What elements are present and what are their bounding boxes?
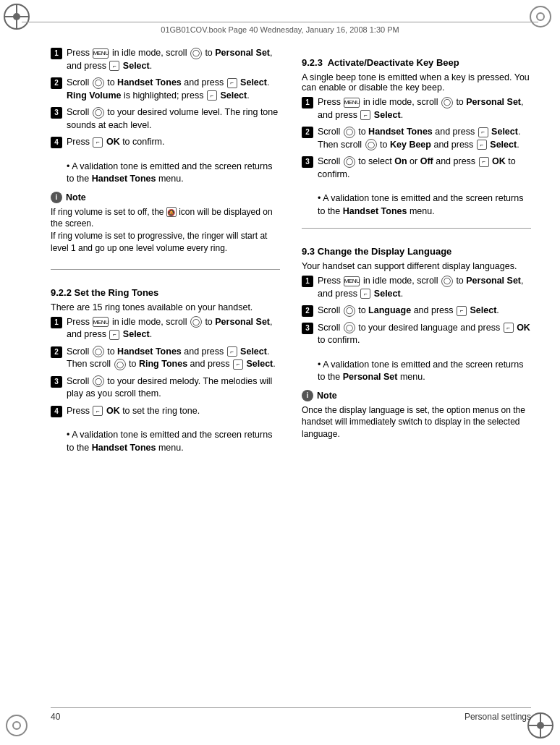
step-lang-3: 3 Scroll ◯ to your desired language and … bbox=[302, 322, 531, 347]
step-rt-1: 1 Press MENU in idle mode, scroll ◯ to P… bbox=[51, 316, 280, 341]
page-header: 01GB01COV.book Page 40 Wednesday, Januar… bbox=[22, 22, 538, 34]
select-icon: ⌐ bbox=[478, 127, 488, 137]
note-icon: i bbox=[302, 390, 313, 401]
select-icon: ⌐ bbox=[227, 346, 237, 357]
scroll-icon: ◯ bbox=[93, 77, 104, 89]
note-text-language: Once the display language is set, the op… bbox=[302, 404, 531, 440]
scroll-icon: ◯ bbox=[344, 156, 355, 168]
language-steps: 1 Press MENU in idle mode, scroll ◯ to P… bbox=[302, 275, 531, 352]
corner-ornament-br bbox=[527, 712, 556, 741]
menu-button-icon: MENU bbox=[93, 317, 109, 327]
section-key-beep-title: 9.2.3 9.2.3 Activate/Deactivate Key Beep… bbox=[302, 57, 531, 68]
section-language-intro: Your handset can support different displ… bbox=[302, 261, 531, 271]
page-footer: 40 Personal settings bbox=[51, 707, 531, 722]
step-rt-2: 2 Scroll ◯ to Handset Tones and press ⌐ … bbox=[51, 346, 280, 371]
select-icon: ⌐ bbox=[479, 157, 489, 167]
scroll-icon: ◯ bbox=[93, 375, 104, 387]
section-key-beep-intro: A single beep tone is emitted when a key… bbox=[302, 72, 531, 93]
scroll-icon: ◯ bbox=[114, 359, 126, 370]
step-rv-2: 2 Scroll ◯ to Handset Tones and press ⌐ … bbox=[51, 77, 280, 102]
scroll-icon: ◯ bbox=[441, 97, 453, 108]
scroll-icon: ◯ bbox=[190, 48, 202, 59]
note-icon: i bbox=[51, 192, 62, 203]
vol-off-icon: 🔕 bbox=[166, 207, 177, 217]
divider-1 bbox=[51, 269, 280, 270]
kb-bullet: A validation tone is emitted and the scr… bbox=[318, 192, 531, 218]
ring-volume-steps: 1 Press MENU in idle mode, scroll ◯ to P… bbox=[51, 47, 280, 153]
step-rt-3: 3 Scroll ◯ to your desired melody. The m… bbox=[51, 375, 280, 401]
step-kb-3: 3 Scroll ◯ to select On or Off and press… bbox=[302, 156, 531, 181]
key-beep-steps: 1 Press MENU in idle mode, scroll ◯ to P… bbox=[302, 96, 531, 185]
step-rv-3: 3 Scroll ◯ to your desired volume level.… bbox=[51, 106, 280, 132]
select-icon: ⌐ bbox=[233, 359, 243, 370]
step-rv-1: 1 Press MENU in idle mode, scroll ◯ to P… bbox=[51, 47, 280, 72]
divider-2 bbox=[302, 228, 531, 229]
note-text-ring-vol: If ring volume is set to off, the 🔕 icon… bbox=[51, 206, 280, 255]
select-icon: ⌐ bbox=[207, 90, 217, 101]
menu-button-icon: MENU bbox=[344, 98, 360, 108]
step-lang-1: 1 Press MENU in idle mode, scroll ◯ to P… bbox=[302, 275, 531, 300]
section-ring-tones-intro: There are 15 ring tones available on you… bbox=[51, 302, 280, 312]
step-kb-1: 1 Press MENU in idle mode, scroll ◯ to P… bbox=[302, 96, 531, 122]
note-language: i Note Once the display language is set,… bbox=[302, 390, 531, 440]
left-column: 1 Press MENU in idle mode, scroll ◯ to P… bbox=[51, 47, 280, 702]
rv-bullet: A validation tone is emitted and the scr… bbox=[67, 161, 280, 186]
select-icon: ⌐ bbox=[93, 406, 103, 416]
lang-bullet: A validation tone is emitted and the scr… bbox=[318, 359, 531, 384]
section-language-title: 9.3 Change the Display Language bbox=[302, 246, 531, 257]
ring-tones-steps: 1 Press MENU in idle mode, scroll ◯ to P… bbox=[51, 316, 280, 422]
select-icon: ⌐ bbox=[109, 61, 119, 71]
scroll-icon: ◯ bbox=[344, 305, 355, 317]
scroll-icon: ◯ bbox=[365, 139, 377, 150]
step-kb-2: 2 Scroll ◯ to Handset Tones and press ⌐ … bbox=[302, 126, 531, 151]
note-title: Note bbox=[66, 192, 86, 203]
select-icon: ⌐ bbox=[457, 306, 467, 316]
select-icon: ⌐ bbox=[360, 110, 370, 120]
menu-button-icon: MENU bbox=[93, 48, 109, 59]
scroll-icon: ◯ bbox=[93, 346, 104, 357]
select-icon: ⌐ bbox=[93, 137, 103, 148]
scroll-icon: ◯ bbox=[344, 322, 355, 333]
step-rv-4: 4 Press ⌐ OK to confirm. bbox=[51, 136, 280, 149]
right-column: 9.2.3 9.2.3 Activate/Deactivate Key Beep… bbox=[302, 47, 531, 702]
main-content: 1 Press MENU in idle mode, scroll ◯ to P… bbox=[51, 47, 531, 702]
corner-ornament-bl bbox=[4, 712, 33, 741]
scroll-icon: ◯ bbox=[344, 127, 355, 138]
step-rt-4: 4 Press ⌐ OK to set the ring tone. bbox=[51, 405, 280, 418]
page-number: 40 bbox=[51, 712, 60, 722]
scroll-icon: ◯ bbox=[93, 107, 104, 119]
section-ring-tones-title: 9.2.2 Set the Ring Tones bbox=[51, 287, 280, 298]
select-icon: ⌐ bbox=[227, 78, 237, 88]
rt-bullet: A validation tone is emitted and the scr… bbox=[67, 429, 280, 454]
note-ring-vol: i Note If ring volume is set to off, the… bbox=[51, 192, 280, 255]
menu-button-icon: MENU bbox=[344, 276, 360, 286]
select-icon: ⌐ bbox=[360, 289, 370, 299]
scroll-icon: ◯ bbox=[190, 316, 202, 328]
section-label: Personal settings bbox=[464, 712, 531, 722]
scroll-icon: ◯ bbox=[441, 276, 453, 287]
note-title-lang: Note bbox=[317, 391, 337, 401]
step-lang-2: 2 Scroll ◯ to Language and press ⌐ Selec… bbox=[302, 305, 531, 318]
select-icon: ⌐ bbox=[109, 330, 119, 340]
select-icon: ⌐ bbox=[477, 140, 487, 150]
select-icon: ⌐ bbox=[504, 323, 514, 333]
